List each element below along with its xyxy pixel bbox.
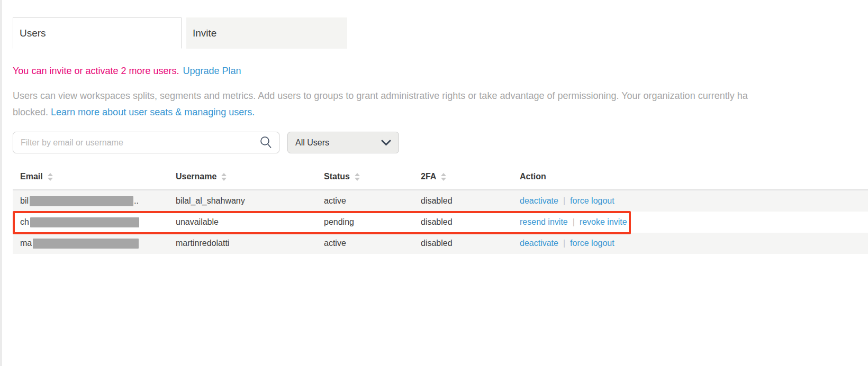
- twofa-text: disabled: [421, 196, 453, 206]
- description-line2-text: blocked.: [13, 107, 51, 117]
- cell-username: martinredolatti: [168, 239, 317, 248]
- user-type-dropdown-value: All Users: [295, 138, 329, 148]
- cell-email: ma: [13, 239, 168, 249]
- table-row: ma martinredolatti active disabled deact…: [13, 233, 868, 254]
- cell-action: deactivate | force logout: [512, 239, 868, 248]
- users-admin-panel: Users Invite You can invite or activate …: [0, 0, 868, 254]
- cell-2fa: disabled: [413, 217, 512, 227]
- deactivate-link[interactable]: deactivate: [520, 196, 558, 206]
- redacted-email-bar: [33, 239, 139, 249]
- description-line1: Users can view workspaces splits, segmen…: [13, 88, 868, 104]
- sort-arrows-icon[interactable]: [441, 173, 446, 181]
- table-controls: All Users: [13, 132, 868, 153]
- cell-email: ch: [13, 217, 168, 227]
- action-separator: |: [563, 196, 565, 206]
- cell-status: pending: [317, 217, 413, 227]
- twofa-text: disabled: [421, 217, 453, 227]
- tab-invite[interactable]: Invite: [186, 17, 347, 49]
- cell-username: bilal_al_shahwany: [168, 196, 317, 206]
- action-separator: |: [563, 239, 565, 248]
- column-header-2fa[interactable]: 2FA: [413, 172, 512, 181]
- table-row: ch unavailable pending disabled resend i…: [13, 212, 868, 233]
- username-text: bilal_al_shahwany: [176, 196, 245, 206]
- upgrade-plan-link[interactable]: Upgrade Plan: [183, 66, 241, 76]
- column-header-username[interactable]: Username: [168, 172, 317, 181]
- action-separator: |: [573, 217, 575, 227]
- user-type-dropdown[interactable]: All Users: [287, 132, 399, 153]
- users-table: Email Username Status 2FA Action bil: [13, 164, 868, 254]
- twofa-text: disabled: [421, 239, 453, 248]
- redacted-email-bar: [30, 217, 139, 227]
- column-header-action-label: Action: [520, 172, 546, 181]
- redacted-email-bar: [30, 196, 133, 206]
- status-text: active: [324, 196, 346, 206]
- seats-notice-text: You can invite or activate 2 more users.: [13, 66, 179, 76]
- column-header-email-label: Email: [20, 172, 43, 181]
- cell-action: resend invite | revoke invite: [512, 217, 868, 227]
- page-left-edge-strip: [0, 0, 2, 366]
- chevron-down-icon: [381, 140, 391, 146]
- cell-status: active: [317, 196, 413, 206]
- cell-username: unavailable: [168, 217, 317, 227]
- column-header-status[interactable]: Status: [317, 172, 413, 181]
- filter-input[interactable]: [13, 132, 279, 153]
- email-suffix: ..: [134, 196, 139, 206]
- learn-more-link[interactable]: Learn more about user seats & managing u…: [51, 107, 255, 117]
- tab-invite-label: Invite: [193, 28, 216, 39]
- filter-field-wrapper: [13, 132, 279, 153]
- deactivate-link[interactable]: deactivate: [520, 239, 558, 248]
- username-text: martinredolatti: [176, 239, 229, 248]
- sort-arrows-icon[interactable]: [355, 173, 360, 181]
- tab-users-label: Users: [20, 28, 46, 39]
- email-visible-text: bil: [20, 196, 29, 206]
- tab-users[interactable]: Users: [13, 17, 182, 49]
- username-text: unavailable: [176, 217, 219, 227]
- cell-2fa: disabled: [413, 239, 512, 248]
- cell-email: bil ..: [13, 196, 168, 206]
- cell-2fa: disabled: [413, 196, 512, 206]
- sort-arrows-icon[interactable]: [48, 173, 53, 181]
- cell-action: deactivate | force logout: [512, 196, 868, 206]
- column-header-username-label: Username: [176, 172, 216, 181]
- table-header-row: Email Username Status 2FA Action: [13, 164, 868, 190]
- sort-arrows-icon[interactable]: [221, 173, 227, 181]
- tab-bar: Users Invite: [13, 17, 868, 49]
- column-header-action: Action: [512, 172, 868, 181]
- column-header-email[interactable]: Email: [13, 172, 168, 181]
- revoke-invite-link[interactable]: revoke invite: [580, 217, 627, 227]
- seats-notice: You can invite or activate 2 more users.…: [13, 65, 868, 77]
- status-text: active: [324, 239, 346, 248]
- cell-status: active: [317, 239, 413, 248]
- description-line2: blocked. Learn more about user seats & m…: [13, 104, 868, 121]
- force-logout-link[interactable]: force logout: [570, 196, 614, 206]
- column-header-2fa-label: 2FA: [421, 172, 436, 181]
- email-visible-text: ch: [20, 217, 29, 227]
- table-row: bil .. bilal_al_shahwany active disabled…: [13, 190, 868, 212]
- resend-invite-link[interactable]: resend invite: [520, 217, 568, 227]
- column-header-status-label: Status: [324, 172, 350, 181]
- email-visible-text: ma: [20, 239, 32, 248]
- users-description: Users can view workspaces splits, segmen…: [13, 88, 868, 121]
- force-logout-link[interactable]: force logout: [570, 239, 614, 248]
- search-icon: [259, 135, 273, 150]
- status-text: pending: [324, 217, 354, 227]
